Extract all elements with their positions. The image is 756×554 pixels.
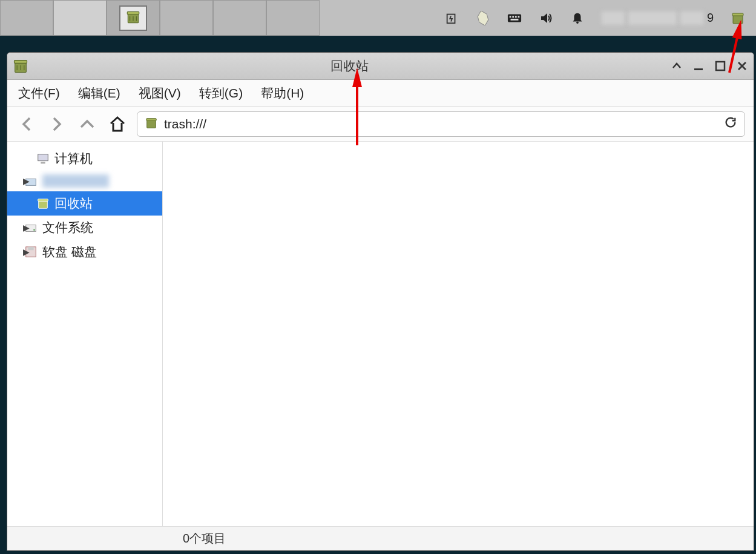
chevron-right-icon: ▶ xyxy=(23,247,30,257)
sidebar-home-blurred xyxy=(42,174,109,188)
sidebar: 计算机 ▶ 回收站 ▶ xyxy=(7,142,163,526)
window-controls xyxy=(670,59,749,73)
svg-rect-17 xyxy=(146,118,157,120)
volume-icon[interactable] xyxy=(539,11,553,25)
svg-rect-3 xyxy=(508,14,521,22)
close-button[interactable] xyxy=(735,59,749,73)
svg-rect-1 xyxy=(127,12,139,14)
taskbar-slot-6[interactable] xyxy=(266,0,320,36)
taskbar-slot-5[interactable] xyxy=(213,0,266,36)
taskbar-left xyxy=(0,0,320,36)
toolbar xyxy=(7,107,754,142)
sidebar-floppy-label: 软盘 磁盘 xyxy=(42,243,97,260)
svg-rect-19 xyxy=(41,162,45,164)
reload-button[interactable] xyxy=(724,116,737,133)
menu-edit[interactable]: 编辑(E) xyxy=(78,85,120,102)
chevron-right-icon: ▶ xyxy=(23,176,30,186)
menu-file[interactable]: 文件(F) xyxy=(18,85,60,102)
svg-rect-6 xyxy=(515,16,517,18)
sidebar-filesystem[interactable]: ▶ 文件系统 xyxy=(7,216,162,240)
svg-rect-16 xyxy=(147,120,156,128)
tray-number: 9 xyxy=(707,11,714,25)
taskbar-slot-4[interactable] xyxy=(160,0,213,36)
chevron-right-icon: ▶ xyxy=(23,223,30,232)
svg-rect-10 xyxy=(733,15,743,24)
sidebar-computer-label: 计算机 xyxy=(54,150,93,167)
svg-rect-4 xyxy=(510,16,511,18)
taskbar-slot-1[interactable] xyxy=(0,0,53,36)
sidebar-trash-label: 回收站 xyxy=(54,195,93,212)
forward-button[interactable] xyxy=(46,113,68,135)
svg-rect-7 xyxy=(518,16,519,18)
menu-help[interactable]: 帮助(H) xyxy=(261,85,304,102)
sidebar-floppy[interactable]: ▶ 软盘 磁盘 xyxy=(7,240,162,264)
svg-rect-18 xyxy=(38,154,48,161)
svg-point-24 xyxy=(33,229,35,231)
minimize-button[interactable] xyxy=(692,59,705,73)
battery-icon[interactable] xyxy=(444,11,459,25)
svg-rect-14 xyxy=(694,68,703,70)
svg-rect-8 xyxy=(510,18,518,20)
address-trash-icon xyxy=(145,116,158,132)
trash-icon xyxy=(125,9,141,25)
body-area: 计算机 ▶ 回收站 ▶ xyxy=(7,142,754,526)
titlebar[interactable]: 回收站 xyxy=(7,53,754,80)
maximize-button[interactable] xyxy=(714,59,727,73)
svg-rect-22 xyxy=(38,199,48,202)
file-manager-window: 回收站 文件(F) 编辑(E) 视图(V) 转到(G) 帮助(H) xyxy=(7,52,754,551)
svg-rect-5 xyxy=(512,16,514,18)
menubar: 文件(F) 编辑(E) 视图(V) 转到(G) 帮助(H) xyxy=(7,80,754,107)
user-blur-1 xyxy=(602,12,625,25)
back-button[interactable] xyxy=(16,113,38,135)
window-trash-icon xyxy=(12,58,29,74)
taskbar-trash-button[interactable] xyxy=(107,0,160,36)
svg-rect-21 xyxy=(39,200,48,208)
user-blur-2 xyxy=(628,12,677,25)
sidebar-computer[interactable]: 计算机 xyxy=(7,147,162,171)
up-button[interactable] xyxy=(76,113,98,135)
trash-icon xyxy=(36,197,50,210)
computer-icon xyxy=(36,152,50,165)
system-tray: 9 xyxy=(444,11,756,25)
user-area[interactable]: 9 xyxy=(602,11,714,25)
sidebar-trash[interactable]: 回收站 xyxy=(7,191,162,216)
tag-icon[interactable] xyxy=(476,11,490,25)
svg-rect-11 xyxy=(732,13,743,16)
keyboard-icon[interactable] xyxy=(507,11,522,25)
taskbar-slot-2[interactable] xyxy=(53,0,107,36)
svg-point-9 xyxy=(576,21,579,24)
sidebar-home[interactable]: ▶ xyxy=(7,171,162,191)
address-bar xyxy=(137,111,745,137)
content-area[interactable] xyxy=(163,142,754,526)
home-button[interactable] xyxy=(107,113,128,135)
tray-trash-icon[interactable] xyxy=(731,11,745,25)
top-panel: 9 xyxy=(0,0,756,36)
svg-rect-15 xyxy=(716,62,725,70)
rollup-button[interactable] xyxy=(670,59,683,73)
status-text: 0个项目 xyxy=(183,530,226,547)
window-title: 回收站 xyxy=(29,58,670,74)
menu-view[interactable]: 视图(V) xyxy=(139,85,181,102)
svg-rect-13 xyxy=(15,61,27,64)
address-input[interactable] xyxy=(164,117,718,131)
user-blur-3 xyxy=(680,12,703,25)
menu-go[interactable]: 转到(G) xyxy=(199,85,243,102)
bell-icon[interactable] xyxy=(570,11,585,25)
statusbar: 0个项目 xyxy=(7,526,754,550)
sidebar-filesystem-label: 文件系统 xyxy=(42,219,93,236)
